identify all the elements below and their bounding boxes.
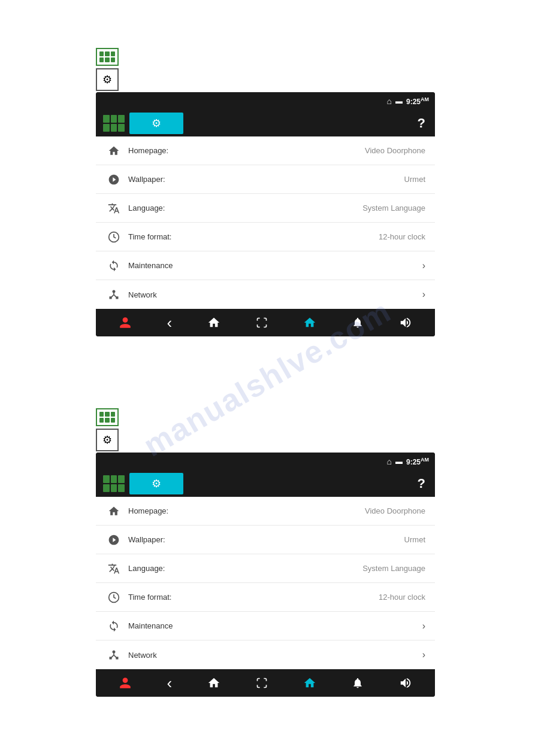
nav-back-icon-1[interactable]: ‹ xyxy=(167,314,173,332)
nav-maximize-icon-1[interactable] xyxy=(256,317,268,329)
settings-item-maintenance-1[interactable]: Maintenance › xyxy=(96,251,435,280)
language-value-1: System Language xyxy=(362,204,425,212)
wallpaper-label-2: Wallpaper: xyxy=(128,535,404,544)
wallpaper-icon-2 xyxy=(105,532,122,548)
nav-volume-icon-2[interactable] xyxy=(399,676,412,690)
device-2: ⌂ ▬ 9:25AM ⚙ ? xyxy=(96,453,435,697)
nav-bar-2: ‹ xyxy=(96,669,435,697)
settings-item-homepage-1[interactable]: Homepage: Video Doorphone xyxy=(96,136,435,165)
timeformat-label-2: Time format: xyxy=(128,593,379,602)
icon-set-1: ⚙ xyxy=(96,48,435,91)
homepage-value-1: Video Doorphone xyxy=(365,146,425,155)
settings-gear-icon-1: ⚙ xyxy=(152,117,161,130)
settings-item-timeformat-2[interactable]: Time format: 12-hour clock xyxy=(96,583,435,612)
grid-icon-button-1[interactable] xyxy=(96,48,119,66)
tab-grid-icon-1[interactable] xyxy=(101,113,127,134)
device-1: ⌂ ▬ 9:25AM ⚙ ? xyxy=(96,92,435,336)
status-bar-2: ⌂ ▬ 9:25AM xyxy=(96,453,435,470)
status-home-icon-1: ⌂ xyxy=(387,96,392,106)
status-signal-icon-2: ▬ xyxy=(395,457,403,466)
tab-help-2[interactable]: ? xyxy=(418,476,430,491)
timeformat-label-1: Time format: xyxy=(128,232,379,241)
nav-home-filled-icon-1[interactable] xyxy=(303,316,316,329)
nav-person-icon-2[interactable] xyxy=(119,676,132,690)
tab-settings-1[interactable]: ⚙ xyxy=(129,113,183,134)
status-bar-1: ⌂ ▬ 9:25AM xyxy=(96,92,435,110)
settings-item-timeformat-1[interactable]: Time format: 12-hour clock xyxy=(96,223,435,251)
wallpaper-value-1: Urmet xyxy=(404,175,425,184)
maintenance-label-2: Maintenance xyxy=(128,621,420,630)
nav-home-filled-icon-2[interactable] xyxy=(303,676,316,690)
device-block-1: ⚙ ⌂ ▬ 9:25AM ⚙ ? xyxy=(96,48,435,372)
homepage-icon-2 xyxy=(105,503,122,520)
nav-person-icon-1[interactable] xyxy=(119,316,132,329)
nav-home-outline-icon-2[interactable] xyxy=(207,676,220,690)
homepage-label-2: Homepage: xyxy=(128,506,365,515)
network-icon-1 xyxy=(105,286,122,303)
settings-item-network-2[interactable]: Network › xyxy=(96,640,435,669)
grid-icon-button-2[interactable] xyxy=(96,408,119,426)
language-label-1: Language: xyxy=(128,204,362,212)
network-chevron-2: › xyxy=(422,649,425,660)
settings-list-1: Homepage: Video Doorphone Wallpaper: Urm… xyxy=(96,136,435,309)
maintenance-chevron-2: › xyxy=(422,621,425,631)
settings-item-language-1[interactable]: Language: System Language xyxy=(96,194,435,223)
nav-maximize-icon-2[interactable] xyxy=(256,677,268,689)
clock-icon-1 xyxy=(105,229,122,245)
nav-home-outline-icon-1[interactable] xyxy=(207,316,220,329)
settings-item-homepage-2[interactable]: Homepage: Video Doorphone xyxy=(96,497,435,526)
maintenance-icon-1 xyxy=(105,257,122,274)
status-home-icon-2: ⌂ xyxy=(387,457,392,466)
gear-icon-1: ⚙ xyxy=(102,73,112,86)
maintenance-chevron-1: › xyxy=(422,260,425,271)
maintenance-label-1: Maintenance xyxy=(128,261,420,270)
network-icon-2 xyxy=(105,646,122,663)
wallpaper-label-1: Wallpaper: xyxy=(128,175,404,184)
settings-list-2: Homepage: Video Doorphone Wallpaper: Urm… xyxy=(96,497,435,669)
gear-icon-2: ⚙ xyxy=(102,433,112,447)
timeformat-value-2: 12-hour clock xyxy=(379,593,425,602)
language-icon-2 xyxy=(105,560,122,577)
status-time-2: 9:25AM xyxy=(406,457,429,466)
tab-grid-icon-2[interactable] xyxy=(101,473,127,494)
network-chevron-1: › xyxy=(422,289,425,300)
settings-gear-icon-2: ⚙ xyxy=(152,477,161,490)
nav-bell-icon-2[interactable] xyxy=(352,677,364,689)
timeformat-value-1: 12-hour clock xyxy=(379,232,425,241)
maintenance-icon-2 xyxy=(105,618,122,634)
network-label-2: Network xyxy=(128,651,420,660)
settings-item-maintenance-2[interactable]: Maintenance › xyxy=(96,612,435,640)
tab-bar-1: ⚙ ? xyxy=(96,110,435,136)
nav-bell-icon-1[interactable] xyxy=(352,317,364,329)
wallpaper-value-2: Urmet xyxy=(404,535,425,544)
device-block-2: ⚙ ⌂ ▬ 9:25AM ⚙ ? xyxy=(96,408,435,733)
wallpaper-icon-1 xyxy=(105,171,122,188)
tab-settings-2[interactable]: ⚙ xyxy=(129,473,183,494)
settings-item-language-2[interactable]: Language: System Language xyxy=(96,554,435,583)
homepage-value-2: Video Doorphone xyxy=(365,506,425,515)
settings-item-wallpaper-1[interactable]: Wallpaper: Urmet xyxy=(96,165,435,194)
clock-icon-2 xyxy=(105,589,122,606)
nav-back-icon-2[interactable]: ‹ xyxy=(167,674,173,693)
gear-icon-button-1[interactable]: ⚙ xyxy=(96,68,119,91)
page-container: ⚙ ⌂ ▬ 9:25AM ⚙ ? xyxy=(0,0,535,756)
network-label-1: Network xyxy=(128,290,420,299)
status-time-1: 9:25AM xyxy=(406,96,429,106)
settings-item-network-1[interactable]: Network › xyxy=(96,280,435,309)
status-signal-icon-1: ▬ xyxy=(395,97,403,105)
nav-bar-1: ‹ xyxy=(96,309,435,336)
gear-icon-button-2[interactable]: ⚙ xyxy=(96,429,119,451)
nav-volume-icon-1[interactable] xyxy=(399,316,412,329)
tab-bar-2: ⚙ ? xyxy=(96,470,435,497)
language-value-2: System Language xyxy=(362,564,425,573)
tab-help-1[interactable]: ? xyxy=(418,116,430,131)
settings-item-wallpaper-2[interactable]: Wallpaper: Urmet xyxy=(96,526,435,554)
language-icon-1 xyxy=(105,200,122,217)
icon-set-2: ⚙ xyxy=(96,408,435,451)
homepage-label-1: Homepage: xyxy=(128,146,365,155)
language-label-2: Language: xyxy=(128,564,362,573)
homepage-icon-1 xyxy=(105,142,122,159)
